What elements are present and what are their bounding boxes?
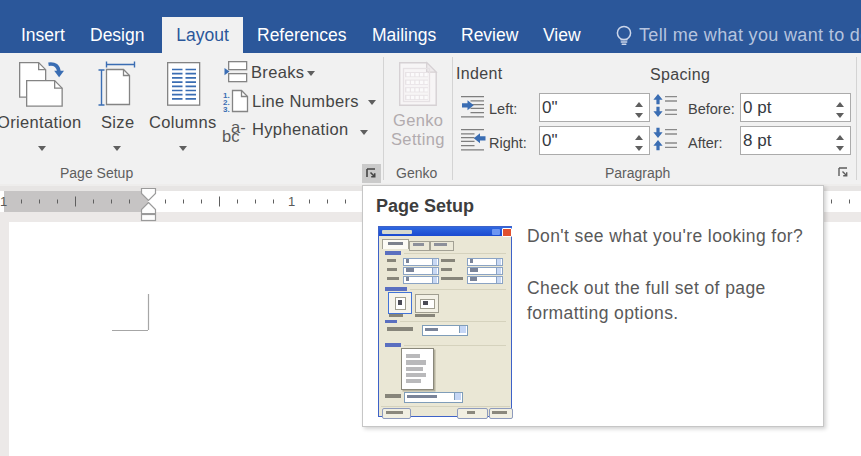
svg-text:1: 1 xyxy=(0,194,7,209)
svg-text:1: 1 xyxy=(288,194,295,209)
svg-text:3.: 3. xyxy=(223,105,230,114)
